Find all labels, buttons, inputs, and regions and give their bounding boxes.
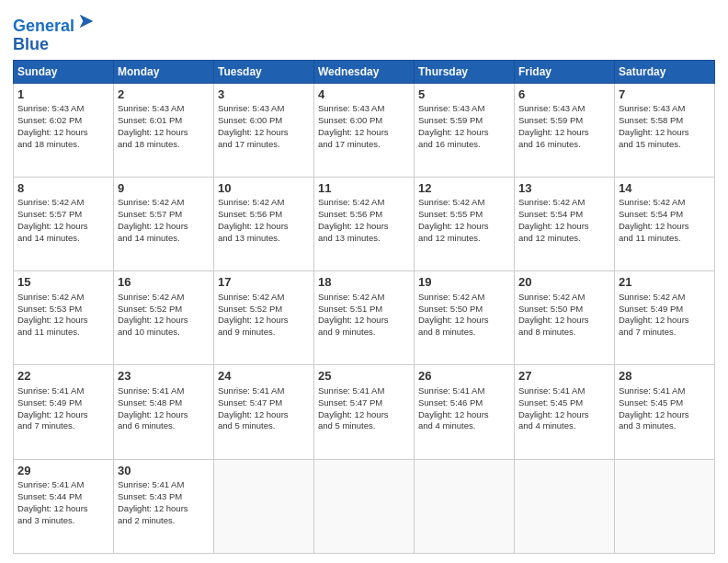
day-info: Sunrise: 5:42 AM Sunset: 5:50 PM Dayligh… <box>518 292 610 339</box>
day-info: Sunrise: 5:41 AM Sunset: 5:47 PM Dayligh… <box>218 385 310 432</box>
day-number: 15 <box>17 274 109 291</box>
day-info: Sunrise: 5:43 AM Sunset: 5:59 PM Dayligh… <box>418 103 510 150</box>
day-info: Sunrise: 5:41 AM Sunset: 5:45 PM Dayligh… <box>619 385 711 432</box>
table-row: 20Sunrise: 5:42 AM Sunset: 5:50 PM Dayli… <box>515 271 615 365</box>
table-row: 10Sunrise: 5:42 AM Sunset: 5:56 PM Dayli… <box>214 177 314 270</box>
table-row: 2Sunrise: 5:43 AM Sunset: 6:01 PM Daylig… <box>114 83 214 177</box>
table-row: 12Sunrise: 5:42 AM Sunset: 5:55 PM Dayli… <box>415 177 515 270</box>
table-row: 28Sunrise: 5:41 AM Sunset: 5:45 PM Dayli… <box>615 365 715 459</box>
table-row: 26Sunrise: 5:41 AM Sunset: 5:46 PM Dayli… <box>415 365 515 459</box>
day-number: 18 <box>318 274 410 291</box>
day-info: Sunrise: 5:43 AM Sunset: 6:02 PM Dayligh… <box>17 103 109 150</box>
table-row: 22Sunrise: 5:41 AM Sunset: 5:49 PM Dayli… <box>14 365 114 459</box>
table-row: 17Sunrise: 5:42 AM Sunset: 5:52 PM Dayli… <box>214 271 314 365</box>
table-row: 18Sunrise: 5:42 AM Sunset: 5:51 PM Dayli… <box>314 271 415 365</box>
table-row: 8Sunrise: 5:42 AM Sunset: 5:57 PM Daylig… <box>14 177 114 270</box>
day-number: 14 <box>619 180 711 197</box>
day-info: Sunrise: 5:42 AM Sunset: 5:56 PM Dayligh… <box>318 197 410 244</box>
day-number: 5 <box>418 86 510 103</box>
day-info: Sunrise: 5:41 AM Sunset: 5:46 PM Dayligh… <box>418 385 510 432</box>
weekday-header-tuesday: Tuesday <box>214 60 314 83</box>
day-info: Sunrise: 5:42 AM Sunset: 5:57 PM Dayligh… <box>118 197 210 244</box>
table-row: 3Sunrise: 5:43 AM Sunset: 6:00 PM Daylig… <box>214 83 314 177</box>
table-row <box>314 459 415 553</box>
table-row <box>214 459 314 553</box>
day-number: 16 <box>118 274 210 291</box>
day-number: 6 <box>518 86 610 103</box>
weekday-header-wednesday: Wednesday <box>314 60 415 83</box>
day-info: Sunrise: 5:43 AM Sunset: 6:01 PM Dayligh… <box>118 103 210 150</box>
day-number: 30 <box>118 463 210 479</box>
day-number: 19 <box>418 274 510 291</box>
header: General Blue <box>13 9 715 54</box>
day-info: Sunrise: 5:42 AM Sunset: 5:51 PM Dayligh… <box>318 292 410 339</box>
table-row: 14Sunrise: 5:42 AM Sunset: 5:54 PM Dayli… <box>615 177 715 270</box>
day-number: 26 <box>418 368 510 385</box>
day-number: 11 <box>318 180 410 197</box>
weekday-header-thursday: Thursday <box>415 60 515 83</box>
weekday-header-monday: Monday <box>114 60 214 83</box>
calendar-week-2: 8Sunrise: 5:42 AM Sunset: 5:57 PM Daylig… <box>14 177 715 270</box>
day-number: 8 <box>17 180 109 197</box>
day-number: 3 <box>218 86 310 103</box>
day-info: Sunrise: 5:42 AM Sunset: 5:50 PM Dayligh… <box>418 292 510 339</box>
weekday-header-saturday: Saturday <box>615 60 715 83</box>
day-info: Sunrise: 5:41 AM Sunset: 5:48 PM Dayligh… <box>118 385 210 432</box>
day-number: 24 <box>218 368 310 385</box>
day-number: 27 <box>518 368 610 385</box>
table-row: 6Sunrise: 5:43 AM Sunset: 5:59 PM Daylig… <box>515 83 615 177</box>
calendar-page: General Blue SundayMondayTuesdayWednesda… <box>0 0 728 563</box>
day-number: 7 <box>619 86 711 103</box>
day-number: 25 <box>318 368 410 385</box>
day-info: Sunrise: 5:41 AM Sunset: 5:49 PM Dayligh… <box>17 385 109 432</box>
logo-blue: Blue <box>13 36 97 54</box>
logo-text: General <box>13 13 97 36</box>
weekday-header-friday: Friday <box>515 60 615 83</box>
table-row: 30Sunrise: 5:41 AM Sunset: 5:43 PM Dayli… <box>114 459 214 553</box>
table-row: 13Sunrise: 5:42 AM Sunset: 5:54 PM Dayli… <box>515 177 615 270</box>
calendar-week-3: 15Sunrise: 5:42 AM Sunset: 5:53 PM Dayli… <box>14 271 715 365</box>
table-row <box>615 459 715 553</box>
weekday-header-sunday: Sunday <box>14 60 114 83</box>
table-row <box>415 459 515 553</box>
day-number: 9 <box>118 180 210 197</box>
day-info: Sunrise: 5:43 AM Sunset: 5:59 PM Dayligh… <box>518 103 610 150</box>
table-row: 5Sunrise: 5:43 AM Sunset: 5:59 PM Daylig… <box>415 83 515 177</box>
table-row: 25Sunrise: 5:41 AM Sunset: 5:47 PM Dayli… <box>314 365 415 459</box>
day-info: Sunrise: 5:43 AM Sunset: 5:58 PM Dayligh… <box>619 103 711 150</box>
table-row: 23Sunrise: 5:41 AM Sunset: 5:48 PM Dayli… <box>114 365 214 459</box>
day-info: Sunrise: 5:41 AM Sunset: 5:44 PM Dayligh… <box>17 479 109 526</box>
weekday-header-row: SundayMondayTuesdayWednesdayThursdayFrid… <box>14 60 715 83</box>
calendar-week-1: 1Sunrise: 5:43 AM Sunset: 6:02 PM Daylig… <box>14 83 715 177</box>
table-row: 11Sunrise: 5:42 AM Sunset: 5:56 PM Dayli… <box>314 177 415 270</box>
table-row: 29Sunrise: 5:41 AM Sunset: 5:44 PM Dayli… <box>14 459 114 553</box>
calendar-week-5: 29Sunrise: 5:41 AM Sunset: 5:44 PM Dayli… <box>14 459 715 553</box>
day-number: 23 <box>118 368 210 385</box>
svg-marker-0 <box>80 15 94 29</box>
logo-general: General <box>13 17 74 35</box>
day-number: 1 <box>17 86 109 103</box>
logo-arrow-icon <box>76 11 97 31</box>
day-info: Sunrise: 5:43 AM Sunset: 6:00 PM Dayligh… <box>318 103 410 150</box>
day-number: 12 <box>418 180 510 197</box>
day-info: Sunrise: 5:42 AM Sunset: 5:56 PM Dayligh… <box>218 197 310 244</box>
day-number: 17 <box>218 274 310 291</box>
day-number: 10 <box>218 180 310 197</box>
day-number: 22 <box>17 368 109 385</box>
table-row: 24Sunrise: 5:41 AM Sunset: 5:47 PM Dayli… <box>214 365 314 459</box>
table-row: 15Sunrise: 5:42 AM Sunset: 5:53 PM Dayli… <box>14 271 114 365</box>
day-info: Sunrise: 5:42 AM Sunset: 5:54 PM Dayligh… <box>619 197 711 244</box>
day-number: 28 <box>619 368 711 385</box>
day-info: Sunrise: 5:43 AM Sunset: 6:00 PM Dayligh… <box>218 103 310 150</box>
table-row: 19Sunrise: 5:42 AM Sunset: 5:50 PM Dayli… <box>415 271 515 365</box>
table-row: 9Sunrise: 5:42 AM Sunset: 5:57 PM Daylig… <box>114 177 214 270</box>
logo: General Blue <box>13 13 97 54</box>
day-info: Sunrise: 5:42 AM Sunset: 5:54 PM Dayligh… <box>518 197 610 244</box>
day-info: Sunrise: 5:42 AM Sunset: 5:49 PM Dayligh… <box>619 292 711 339</box>
table-row: 21Sunrise: 5:42 AM Sunset: 5:49 PM Dayli… <box>615 271 715 365</box>
day-number: 20 <box>518 274 610 291</box>
table-row: 1Sunrise: 5:43 AM Sunset: 6:02 PM Daylig… <box>14 83 114 177</box>
calendar-week-4: 22Sunrise: 5:41 AM Sunset: 5:49 PM Dayli… <box>14 365 715 459</box>
day-info: Sunrise: 5:42 AM Sunset: 5:52 PM Dayligh… <box>118 292 210 339</box>
day-number: 29 <box>17 463 109 479</box>
